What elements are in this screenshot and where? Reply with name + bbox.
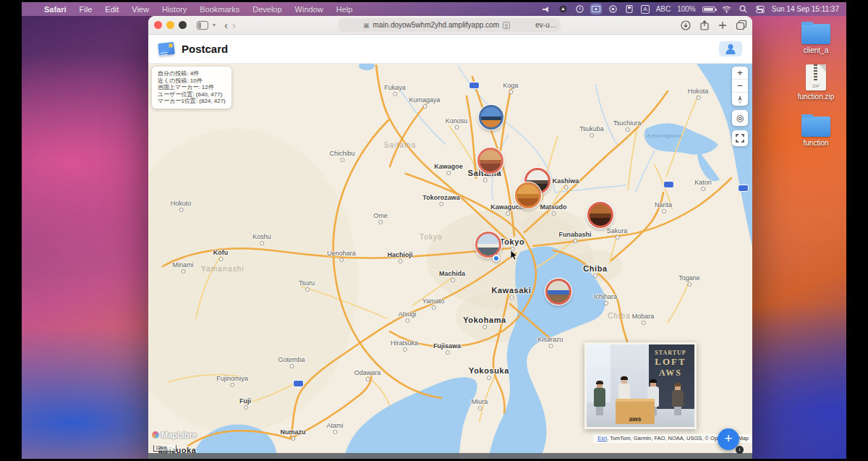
menu-bar-clock[interactable]: Sun 14 Sep 15:11:37 [772,5,839,13]
share-button[interactable] [700,20,709,30]
close-window-button[interactable] [154,21,162,29]
photo-marker-4[interactable] [515,182,541,208]
address-bar[interactable]: ▣ main.doyow5whm2yhd.amplifyapp.com [338,18,535,32]
toolbar-actions [681,20,746,30]
esri-link[interactable]: Esri [597,435,607,441]
person-body [672,390,684,407]
profile-button[interactable] [719,41,742,56]
menu-item-safari[interactable]: Safari [44,5,67,14]
input-source-badge[interactable]: A [641,5,649,14]
sidebar-toggle-icon[interactable] [197,21,208,30]
map-label-kawasaki: Kawasaki [492,286,532,295]
desktop-icon-client_a[interactable]: client_a [793,24,839,54]
map-canvas[interactable]: FukayaKumagayaKogaHokotaKonosuTsukubaTsu… [148,64,752,459]
map-label-tokyo: Tokyo [420,233,443,241]
menu-item-history[interactable]: History [162,5,187,14]
map-label-kumagaya: Kumagaya [409,96,440,103]
map-label-tokorozawa: Tokorozawa [422,194,459,201]
geolocate-button[interactable]: ◎ [732,110,748,126]
zoom-window-button[interactable] [179,21,187,29]
menu-item-develop[interactable]: Develop [252,5,281,14]
desktop-icon-label: client_a [793,46,839,54]
zoom-out-button[interactable]: − [732,80,748,93]
maplibre-logo[interactable]: MapLibre [152,431,197,439]
compass-button[interactable] [732,93,748,106]
screen-capture-icon[interactable] [591,4,601,14]
map-label-gotemba: Gotemba [278,356,305,363]
menu-item-bookmarks[interactable]: Bookmarks [200,5,239,14]
desktop-icon-function[interactable]: function [793,117,839,147]
megaphone-icon[interactable] [541,4,551,14]
status-area: A ABC 100% Sun 14 Sep 15:11:37 [541,4,846,14]
input-source-label[interactable]: ABC [656,5,671,13]
map-label-togane: Togane [678,274,700,282]
map-label-kofu: Kofu [213,249,229,256]
menu-item-help[interactable]: Help [336,5,353,14]
person-body [594,388,605,407]
map-label-odawara: Odawara [354,369,381,376]
maplibre-wordmark: MapLibre [161,431,197,439]
map-label-konosu: Konosu [446,117,468,124]
photo-marker-6[interactable] [475,232,501,258]
map-label-yamato: Yamato [422,297,444,305]
stats-line-5: マーカー1位置: (824, 427) [158,98,226,105]
map-label-kashiwa: Kashiwa [553,177,579,185]
battery-icon[interactable] [702,7,715,12]
app-title: Postcard [182,43,228,55]
menu-item-file[interactable]: File [80,5,93,14]
desktop-icon-function.zip[interactable]: ZIPfunction.zip [793,64,839,101]
photo-marker-7[interactable] [545,279,571,305]
highway-shield-icon [738,185,749,192]
map-label-hachioji: Hachioji [387,251,412,258]
menu-item-window[interactable]: Window [295,5,323,14]
map-label-ichihara: Ichihara [594,293,617,300]
fullscreen-icon [736,134,744,143]
minimize-window-button[interactable] [166,21,174,29]
map-label-minami: Minami [172,261,193,268]
fullscreen-button[interactable] [732,130,748,146]
map-label-narita: Narita [655,201,672,208]
map-label-tokyo: Tokyo [500,237,525,246]
zoom-in-button[interactable]: + [732,67,748,80]
stats-line-4: ユーザー位置: (640, 477) [158,91,226,98]
event-photo-overlay[interactable]: STARTUPLOFTAWS aws [584,342,697,429]
map-label-saitama: Saitama [383,141,416,149]
info-button[interactable]: i [736,446,744,454]
highway-shield-icon [663,181,674,188]
zip-zipper [814,64,817,80]
map-label-koshu: Koshu [252,233,271,240]
bottom-strip [148,453,752,459]
map-label-miura: Miura [472,398,488,405]
record-icon[interactable] [608,4,618,14]
map-label-fuji: Fuji [239,397,251,405]
mouse-cursor-icon [510,250,519,263]
app-status-icon[interactable] [558,4,568,14]
photo-marker-1[interactable] [479,105,503,130]
control-center-icon[interactable] [755,4,765,14]
clock-status-icon[interactable] [574,4,584,14]
folder-icon [801,24,830,44]
wifi-icon[interactable] [722,4,732,14]
display-icon[interactable] [624,4,634,14]
sidebar-chevron-icon[interactable]: ▾ [213,22,216,28]
url-text: main.doyow5whm2yhd.amplifyapp.com [373,21,499,29]
menu-item-edit[interactable]: Edit [105,5,119,14]
photo-marker-2[interactable] [477,148,503,174]
map-label-hiratsuka: Hiratsuka [391,339,418,347]
downloads-button[interactable] [681,20,691,30]
menu-item-view[interactable]: View [132,5,149,14]
reader-icon[interactable] [503,22,510,29]
tab-overview-button[interactable] [736,20,746,30]
map-label-tsukuba: Tsukuba [579,125,604,132]
menu-items: SafariFileEditViewHistoryBookmarksDevelo… [38,5,359,14]
search-icon[interactable] [739,4,749,14]
map-label-fujisawa: Fujisawa [433,342,461,350]
person-legs [674,407,681,415]
forward-button[interactable]: › [232,19,236,31]
map-label-tsuru: Tsuru [299,279,315,287]
photo-marker-5[interactable] [587,202,613,228]
map-label-tsuchiura: Tsuchiura [613,119,642,127]
back-button[interactable]: ‹ [224,19,228,31]
folder-icon [801,117,830,137]
new-tab-button[interactable] [718,21,727,30]
